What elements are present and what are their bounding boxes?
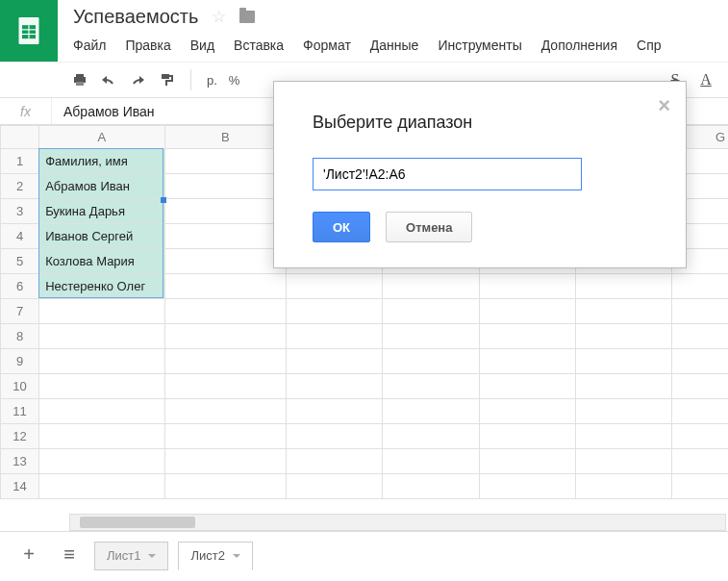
chevron-down-icon[interactable]	[148, 554, 156, 558]
percent-button[interactable]: %	[225, 67, 244, 92]
redo-icon[interactable]	[125, 67, 150, 92]
row-header[interactable]: 4	[1, 224, 39, 249]
cell-G14[interactable]	[672, 474, 728, 499]
cell-B11[interactable]	[164, 399, 286, 424]
cell-C6[interactable]	[286, 274, 382, 299]
cell-E14[interactable]	[479, 474, 575, 499]
text-color-icon[interactable]: A	[693, 67, 718, 92]
menu-insert[interactable]: Вставка	[234, 38, 284, 53]
chevron-down-icon[interactable]	[233, 554, 240, 558]
cell-F7[interactable]	[575, 299, 671, 324]
menu-view[interactable]: Вид	[190, 38, 214, 53]
cell-A12[interactable]	[39, 424, 164, 449]
row-header[interactable]: 12	[1, 424, 39, 449]
col-header-A[interactable]: A	[39, 126, 164, 149]
ok-button[interactable]: ОК	[313, 212, 370, 242]
cell-C14[interactable]	[286, 474, 382, 499]
sheet-tab-1[interactable]: Лист1	[94, 542, 168, 570]
cell-C9[interactable]	[286, 349, 382, 374]
menu-edit[interactable]: Правка	[125, 38, 170, 53]
cell-A5[interactable]: Козлова Мария	[39, 249, 164, 274]
cell-B14[interactable]	[164, 474, 286, 499]
cell-G11[interactable]	[672, 399, 728, 424]
row-header[interactable]: 13	[1, 449, 39, 474]
cell-E7[interactable]	[479, 299, 575, 324]
star-icon[interactable]: ☆	[212, 7, 226, 27]
cell-F8[interactable]	[575, 324, 671, 349]
cell-E11[interactable]	[479, 399, 575, 424]
cancel-button[interactable]: Отмена	[386, 212, 472, 242]
cell-F14[interactable]	[575, 474, 671, 499]
cell-D6[interactable]	[383, 274, 479, 299]
add-sheet-button[interactable]: +	[13, 540, 44, 570]
cell-B6[interactable]	[164, 274, 286, 299]
cell-G13[interactable]	[672, 449, 728, 474]
cell-G9[interactable]	[672, 349, 728, 374]
menu-data[interactable]: Данные	[370, 38, 419, 53]
cell-A7[interactable]	[39, 299, 164, 324]
folder-icon[interactable]	[239, 11, 255, 23]
row-header[interactable]: 14	[1, 474, 39, 499]
row-header[interactable]: 2	[1, 174, 39, 199]
paint-format-icon[interactable]	[154, 67, 179, 92]
cell-D13[interactable]	[383, 449, 479, 474]
cell-B5[interactable]	[164, 249, 286, 274]
cell-A13[interactable]	[39, 449, 164, 474]
cell-F13[interactable]	[575, 449, 671, 474]
fill-handle[interactable]	[161, 197, 166, 203]
cell-A3[interactable]: Букина Дарья	[39, 199, 164, 224]
cell-A2[interactable]: Абрамов Иван	[39, 174, 164, 199]
cell-B3[interactable]	[164, 199, 286, 224]
formula-value[interactable]: Абрамов Иван	[52, 104, 155, 119]
cell-D14[interactable]	[383, 474, 479, 499]
row-header[interactable]: 11	[1, 399, 39, 424]
menu-tools[interactable]: Инструменты	[438, 38, 521, 53]
menu-help[interactable]: Спр	[637, 38, 661, 53]
row-header[interactable]: 1	[1, 149, 39, 174]
close-icon[interactable]: ×	[658, 95, 670, 116]
select-all-corner[interactable]	[1, 126, 39, 149]
cell-E10[interactable]	[479, 374, 575, 399]
cell-B12[interactable]	[164, 424, 286, 449]
cell-B4[interactable]	[164, 224, 286, 249]
cell-A1[interactable]: Фамилия, имя	[39, 149, 164, 174]
cell-G8[interactable]	[672, 324, 728, 349]
cell-C11[interactable]	[286, 399, 382, 424]
undo-icon[interactable]	[96, 67, 121, 92]
row-header[interactable]: 9	[1, 349, 39, 374]
document-title[interactable]: Успеваемость	[73, 6, 198, 28]
cell-D7[interactable]	[383, 299, 479, 324]
scrollbar-thumb[interactable]	[80, 517, 195, 528]
cell-B1[interactable]	[164, 149, 286, 174]
cell-A14[interactable]	[39, 474, 164, 499]
cell-D8[interactable]	[383, 324, 479, 349]
cell-F11[interactable]	[575, 399, 671, 424]
row-header[interactable]: 5	[1, 249, 39, 274]
cell-C8[interactable]	[286, 324, 382, 349]
range-input[interactable]	[313, 158, 582, 190]
menu-addons[interactable]: Дополнения	[541, 38, 617, 53]
row-header[interactable]: 8	[1, 324, 39, 349]
cell-E9[interactable]	[479, 349, 575, 374]
cell-D9[interactable]	[383, 349, 479, 374]
cell-E12[interactable]	[479, 424, 575, 449]
cell-B13[interactable]	[164, 449, 286, 474]
cell-A10[interactable]	[39, 374, 164, 399]
cell-F10[interactable]	[575, 374, 671, 399]
cell-C13[interactable]	[286, 449, 382, 474]
currency-button[interactable]: р.	[203, 67, 221, 92]
row-header[interactable]: 6	[1, 274, 39, 299]
cell-F6[interactable]	[575, 274, 671, 299]
horizontal-scrollbar[interactable]	[69, 514, 726, 531]
cell-D12[interactable]	[383, 424, 479, 449]
cell-F12[interactable]	[575, 424, 671, 449]
row-header[interactable]: 7	[1, 299, 39, 324]
cell-B10[interactable]	[164, 374, 286, 399]
cell-A8[interactable]	[39, 324, 164, 349]
cell-G7[interactable]	[672, 299, 728, 324]
menu-format[interactable]: Формат	[303, 38, 351, 53]
fx-icon[interactable]: fx	[0, 98, 52, 124]
cell-B8[interactable]	[164, 324, 286, 349]
col-header-B[interactable]: B	[164, 126, 286, 149]
cell-D11[interactable]	[383, 399, 479, 424]
